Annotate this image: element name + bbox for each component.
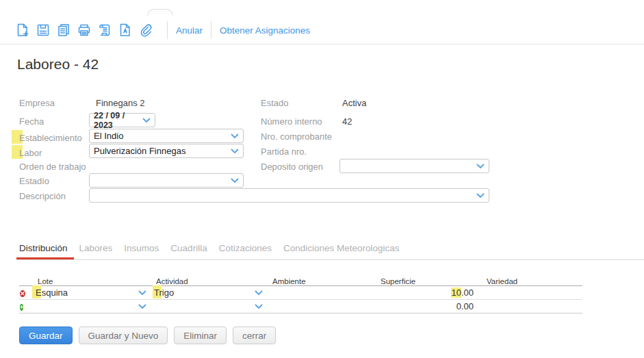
variedad-cell[interactable] xyxy=(480,286,582,299)
empresa-value: Finnegans 2 xyxy=(96,98,145,108)
distribucion-table: Lote Actividad Ambiente Superficie Varie… xyxy=(19,277,582,314)
tab-labores[interactable]: Labores xyxy=(79,243,113,259)
page-title: Laboreo - 42 xyxy=(17,56,99,73)
descripcion-select[interactable] xyxy=(89,188,489,203)
text-document-icon[interactable] xyxy=(118,23,133,38)
estado-value: Activa xyxy=(342,98,366,108)
labor-value: Pulverización Finnegas xyxy=(94,146,185,156)
orden-trabajo-label: Orden de trabajo xyxy=(19,162,86,172)
save-icon[interactable] xyxy=(36,23,51,38)
table-header-row: Lote Actividad Ambiente Superficie Varie… xyxy=(19,277,582,286)
labor-label: Labor xyxy=(19,148,42,158)
tab-cuadrilla[interactable]: Cuadrilla xyxy=(170,243,207,259)
establecimiento-label: Establecimiento xyxy=(19,133,82,143)
fecha-value: 22 / 09 / 2023 xyxy=(94,111,142,130)
col-header-ambiente: Ambiente xyxy=(266,277,374,285)
attachment-icon[interactable] xyxy=(138,23,153,38)
tab-distribucion[interactable]: Distribución xyxy=(19,243,68,259)
ambiente-cell[interactable] xyxy=(266,286,374,299)
tab-insumos[interactable]: Insumos xyxy=(124,243,159,259)
actividad-value: Trigo xyxy=(154,287,174,298)
tab-divider xyxy=(17,259,644,260)
col-header-actividad: Actividad xyxy=(150,277,266,285)
establecimiento-value: El Indio xyxy=(94,131,123,141)
deposito-origen-label: Deposito origen xyxy=(261,162,323,172)
numero-interno-value: 42 xyxy=(342,116,352,127)
cerrar-button[interactable]: cerrar xyxy=(233,327,276,344)
collapse-toolbar-handle[interactable] xyxy=(147,9,173,16)
tab-cotizaciones[interactable]: Cotizaciones xyxy=(219,243,272,259)
laboreo-form-page: Anular Obtener Asignaciones Laboreo - 42… xyxy=(0,0,644,358)
toolbar-divider xyxy=(0,44,644,44)
numero-interno-label: Número interno xyxy=(261,116,322,127)
row-estadio: Estadío xyxy=(0,173,644,188)
partida-nro-label: Partida nro. xyxy=(261,146,307,157)
deposito-origen-select[interactable] xyxy=(339,159,489,173)
tab-bar: Distribución Labores Insumos Cuadrilla C… xyxy=(19,243,400,259)
table-row: ✕ Esquina Trigo 10.00 xyxy=(19,286,582,300)
superficie-value-highlighted: 10 xyxy=(451,287,461,298)
lote-cell[interactable] xyxy=(31,300,150,313)
row-establecimiento: Establecimiento El Indio Nro. comprobant… xyxy=(0,129,644,144)
labor-select[interactable]: Pulverización Finnegas xyxy=(89,144,244,158)
col-header-superficie: Superficie xyxy=(374,277,480,285)
table-row-new: + 0.00 xyxy=(19,300,582,314)
row-descripcion: Descripción xyxy=(0,188,644,203)
delete-row-icon[interactable]: ✕ xyxy=(20,290,25,297)
row-labor: Labor Pulverización Finnegas Partida nro… xyxy=(0,144,644,159)
footer-buttons: Guardar Guardar y Nuevo Eliminar cerrar xyxy=(19,327,276,344)
obtener-asignaciones-link[interactable]: Obtener Asignaciones xyxy=(220,25,310,36)
superficie-cell[interactable]: 10.00 xyxy=(374,287,480,298)
guardar-button[interactable]: Guardar xyxy=(19,327,73,344)
tab-condiciones-meteorologicas[interactable]: Condiciones Meteorologicas xyxy=(283,243,400,259)
print-icon[interactable] xyxy=(77,23,92,38)
nro-comprobante-label: Nro. comprobante xyxy=(261,131,332,142)
anular-link[interactable]: Anular xyxy=(176,25,203,36)
lote-cell[interactable]: Esquina xyxy=(31,286,150,299)
guardar-y-nuevo-button[interactable]: Guardar y Nuevo xyxy=(79,327,168,344)
actividad-cell[interactable] xyxy=(150,300,266,313)
estadio-label: Estadío xyxy=(19,176,49,186)
superficie-cell[interactable]: 0.00 xyxy=(374,301,480,311)
superficie-value-rest: .00 xyxy=(461,287,474,298)
audit-icon[interactable] xyxy=(97,23,112,38)
eliminar-button[interactable]: Eliminar xyxy=(174,327,227,344)
actividad-cell[interactable]: Trigo xyxy=(150,286,266,299)
row-fecha-numero: Fecha 22 / 09 / 2023 Número interno 42 xyxy=(0,113,644,128)
toolbar: Anular Obtener Asignaciones xyxy=(15,21,310,40)
lote-value: Esquina xyxy=(36,287,68,298)
fecha-label: Fecha xyxy=(19,116,44,127)
toolbar-separator xyxy=(211,21,211,39)
toolbar-separator xyxy=(167,21,168,39)
variedad-cell[interactable] xyxy=(480,300,582,313)
fecha-field[interactable]: 22 / 09 / 2023 xyxy=(89,113,155,127)
row-empresa-estado: Empresa Finnegans 2 Estado Activa xyxy=(0,95,644,110)
ambiente-cell[interactable] xyxy=(266,300,374,313)
descripcion-label: Descripción xyxy=(19,191,66,201)
empresa-label: Empresa xyxy=(19,98,55,108)
add-row-icon[interactable]: + xyxy=(20,304,23,311)
col-header-variedad: Variedad xyxy=(480,277,582,285)
estado-label: Estado xyxy=(261,98,288,108)
establecimiento-select[interactable]: El Indio xyxy=(89,129,244,143)
new-document-icon[interactable] xyxy=(15,23,30,38)
col-header-lote: Lote xyxy=(31,277,150,285)
estadio-select[interactable] xyxy=(89,173,244,188)
copy-icon[interactable] xyxy=(56,23,71,38)
row-orden-deposito: Orden de trabajo Deposito origen xyxy=(0,159,644,174)
